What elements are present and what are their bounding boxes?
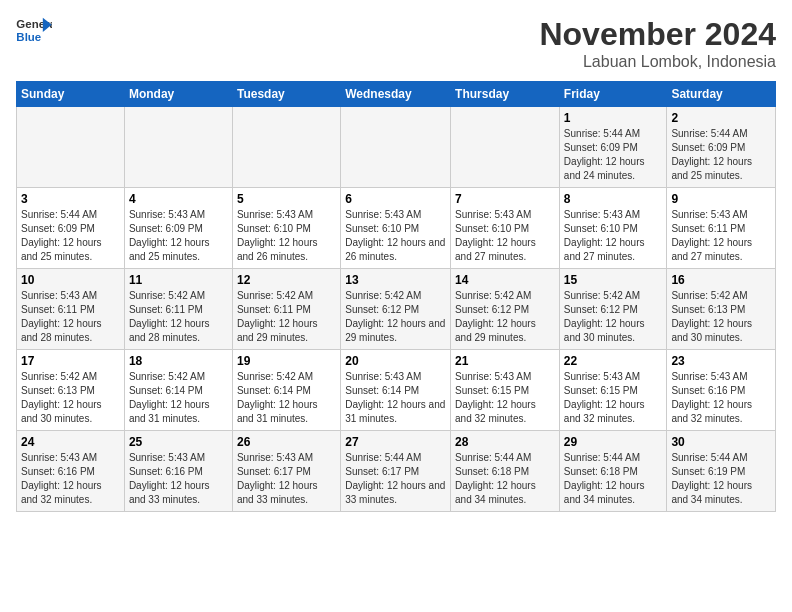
day-number: 25 <box>129 435 228 449</box>
day-number: 8 <box>564 192 663 206</box>
calendar-cell: 25Sunrise: 5:43 AM Sunset: 6:16 PM Dayli… <box>124 431 232 512</box>
day-number: 9 <box>671 192 771 206</box>
day-info: Sunrise: 5:42 AM Sunset: 6:11 PM Dayligh… <box>237 289 336 345</box>
calendar-cell: 20Sunrise: 5:43 AM Sunset: 6:14 PM Dayli… <box>341 350 451 431</box>
calendar-cell: 18Sunrise: 5:42 AM Sunset: 6:14 PM Dayli… <box>124 350 232 431</box>
calendar-week-row: 17Sunrise: 5:42 AM Sunset: 6:13 PM Dayli… <box>17 350 776 431</box>
calendar-cell: 9Sunrise: 5:43 AM Sunset: 6:11 PM Daylig… <box>667 188 776 269</box>
day-number: 16 <box>671 273 771 287</box>
calendar-cell: 29Sunrise: 5:44 AM Sunset: 6:18 PM Dayli… <box>559 431 667 512</box>
calendar-cell: 8Sunrise: 5:43 AM Sunset: 6:10 PM Daylig… <box>559 188 667 269</box>
calendar-cell: 16Sunrise: 5:42 AM Sunset: 6:13 PM Dayli… <box>667 269 776 350</box>
calendar-cell: 23Sunrise: 5:43 AM Sunset: 6:16 PM Dayli… <box>667 350 776 431</box>
day-info: Sunrise: 5:43 AM Sunset: 6:15 PM Dayligh… <box>455 370 555 426</box>
day-number: 11 <box>129 273 228 287</box>
day-number: 10 <box>21 273 120 287</box>
calendar-cell: 28Sunrise: 5:44 AM Sunset: 6:18 PM Dayli… <box>451 431 560 512</box>
calendar-cell: 17Sunrise: 5:42 AM Sunset: 6:13 PM Dayli… <box>17 350 125 431</box>
day-number: 21 <box>455 354 555 368</box>
page-title: November 2024 <box>539 16 776 53</box>
calendar-cell: 11Sunrise: 5:42 AM Sunset: 6:11 PM Dayli… <box>124 269 232 350</box>
header-wednesday: Wednesday <box>341 82 451 107</box>
day-number: 24 <box>21 435 120 449</box>
day-number: 5 <box>237 192 336 206</box>
day-info: Sunrise: 5:43 AM Sunset: 6:16 PM Dayligh… <box>129 451 228 507</box>
calendar-cell <box>232 107 340 188</box>
day-info: Sunrise: 5:43 AM Sunset: 6:16 PM Dayligh… <box>671 370 771 426</box>
calendar-week-row: 3Sunrise: 5:44 AM Sunset: 6:09 PM Daylig… <box>17 188 776 269</box>
day-number: 18 <box>129 354 228 368</box>
day-number: 28 <box>455 435 555 449</box>
day-number: 1 <box>564 111 663 125</box>
calendar-cell: 27Sunrise: 5:44 AM Sunset: 6:17 PM Dayli… <box>341 431 451 512</box>
calendar-cell: 30Sunrise: 5:44 AM Sunset: 6:19 PM Dayli… <box>667 431 776 512</box>
calendar-week-row: 24Sunrise: 5:43 AM Sunset: 6:16 PM Dayli… <box>17 431 776 512</box>
page-subtitle: Labuan Lombok, Indonesia <box>539 53 776 71</box>
calendar-cell: 6Sunrise: 5:43 AM Sunset: 6:10 PM Daylig… <box>341 188 451 269</box>
day-number: 14 <box>455 273 555 287</box>
calendar-cell: 22Sunrise: 5:43 AM Sunset: 6:15 PM Dayli… <box>559 350 667 431</box>
day-info: Sunrise: 5:44 AM Sunset: 6:18 PM Dayligh… <box>564 451 663 507</box>
day-number: 27 <box>345 435 446 449</box>
calendar-cell: 14Sunrise: 5:42 AM Sunset: 6:12 PM Dayli… <box>451 269 560 350</box>
calendar-cell: 13Sunrise: 5:42 AM Sunset: 6:12 PM Dayli… <box>341 269 451 350</box>
logo: General Blue <box>16 16 52 46</box>
day-info: Sunrise: 5:44 AM Sunset: 6:09 PM Dayligh… <box>564 127 663 183</box>
day-number: 30 <box>671 435 771 449</box>
day-info: Sunrise: 5:43 AM Sunset: 6:16 PM Dayligh… <box>21 451 120 507</box>
svg-text:Blue: Blue <box>16 31 41 43</box>
calendar-cell <box>124 107 232 188</box>
title-block: November 2024 Labuan Lombok, Indonesia <box>539 16 776 71</box>
header-tuesday: Tuesday <box>232 82 340 107</box>
day-number: 6 <box>345 192 446 206</box>
day-info: Sunrise: 5:43 AM Sunset: 6:11 PM Dayligh… <box>671 208 771 264</box>
calendar-cell: 15Sunrise: 5:42 AM Sunset: 6:12 PM Dayli… <box>559 269 667 350</box>
day-info: Sunrise: 5:43 AM Sunset: 6:15 PM Dayligh… <box>564 370 663 426</box>
day-number: 17 <box>21 354 120 368</box>
calendar-cell: 7Sunrise: 5:43 AM Sunset: 6:10 PM Daylig… <box>451 188 560 269</box>
calendar-cell: 2Sunrise: 5:44 AM Sunset: 6:09 PM Daylig… <box>667 107 776 188</box>
day-info: Sunrise: 5:42 AM Sunset: 6:14 PM Dayligh… <box>129 370 228 426</box>
header-friday: Friday <box>559 82 667 107</box>
day-number: 19 <box>237 354 336 368</box>
calendar-cell <box>17 107 125 188</box>
day-number: 26 <box>237 435 336 449</box>
calendar-cell: 24Sunrise: 5:43 AM Sunset: 6:16 PM Dayli… <box>17 431 125 512</box>
day-info: Sunrise: 5:43 AM Sunset: 6:10 PM Dayligh… <box>455 208 555 264</box>
calendar-cell: 26Sunrise: 5:43 AM Sunset: 6:17 PM Dayli… <box>232 431 340 512</box>
day-info: Sunrise: 5:42 AM Sunset: 6:12 PM Dayligh… <box>564 289 663 345</box>
day-number: 15 <box>564 273 663 287</box>
header-thursday: Thursday <box>451 82 560 107</box>
day-info: Sunrise: 5:43 AM Sunset: 6:10 PM Dayligh… <box>237 208 336 264</box>
day-number: 12 <box>237 273 336 287</box>
header-monday: Monday <box>124 82 232 107</box>
day-number: 2 <box>671 111 771 125</box>
calendar-cell: 10Sunrise: 5:43 AM Sunset: 6:11 PM Dayli… <box>17 269 125 350</box>
day-info: Sunrise: 5:43 AM Sunset: 6:09 PM Dayligh… <box>129 208 228 264</box>
day-info: Sunrise: 5:43 AM Sunset: 6:11 PM Dayligh… <box>21 289 120 345</box>
day-number: 20 <box>345 354 446 368</box>
day-info: Sunrise: 5:43 AM Sunset: 6:14 PM Dayligh… <box>345 370 446 426</box>
day-info: Sunrise: 5:42 AM Sunset: 6:13 PM Dayligh… <box>21 370 120 426</box>
day-info: Sunrise: 5:42 AM Sunset: 6:12 PM Dayligh… <box>345 289 446 345</box>
header: General Blue November 2024 Labuan Lombok… <box>16 16 776 71</box>
logo-icon: General Blue <box>16 16 52 46</box>
calendar-table: SundayMondayTuesdayWednesdayThursdayFrid… <box>16 81 776 512</box>
day-info: Sunrise: 5:44 AM Sunset: 6:09 PM Dayligh… <box>671 127 771 183</box>
calendar-cell: 4Sunrise: 5:43 AM Sunset: 6:09 PM Daylig… <box>124 188 232 269</box>
header-sunday: Sunday <box>17 82 125 107</box>
calendar-cell: 5Sunrise: 5:43 AM Sunset: 6:10 PM Daylig… <box>232 188 340 269</box>
day-number: 3 <box>21 192 120 206</box>
day-info: Sunrise: 5:42 AM Sunset: 6:13 PM Dayligh… <box>671 289 771 345</box>
day-info: Sunrise: 5:44 AM Sunset: 6:17 PM Dayligh… <box>345 451 446 507</box>
calendar-cell: 1Sunrise: 5:44 AM Sunset: 6:09 PM Daylig… <box>559 107 667 188</box>
day-number: 7 <box>455 192 555 206</box>
day-number: 22 <box>564 354 663 368</box>
day-number: 13 <box>345 273 446 287</box>
day-info: Sunrise: 5:44 AM Sunset: 6:09 PM Dayligh… <box>21 208 120 264</box>
day-info: Sunrise: 5:42 AM Sunset: 6:11 PM Dayligh… <box>129 289 228 345</box>
day-number: 29 <box>564 435 663 449</box>
calendar-week-row: 1Sunrise: 5:44 AM Sunset: 6:09 PM Daylig… <box>17 107 776 188</box>
calendar-cell <box>341 107 451 188</box>
calendar-cell: 12Sunrise: 5:42 AM Sunset: 6:11 PM Dayli… <box>232 269 340 350</box>
